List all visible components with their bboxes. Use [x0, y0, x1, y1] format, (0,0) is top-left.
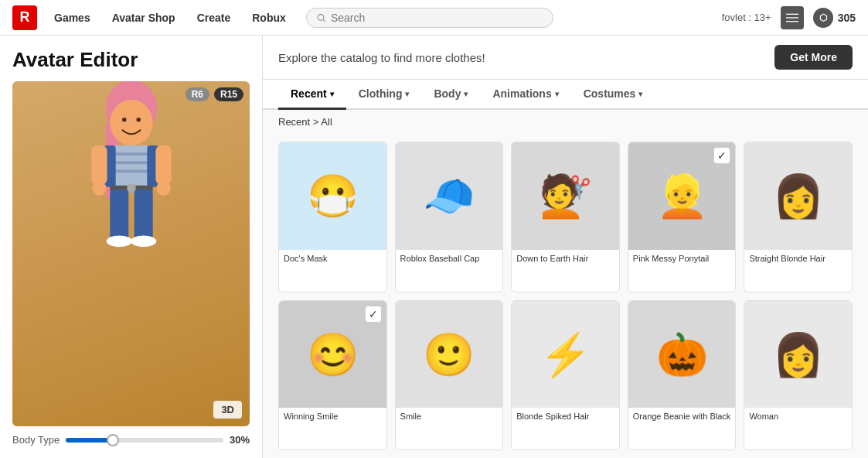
tab-animations-arrow: ▾: [555, 90, 559, 98]
nav-games[interactable]: Games: [46, 0, 98, 36]
svg-rect-2: [786, 13, 798, 14]
navbar: R Games Avatar Shop Create Robux fovlet …: [0, 0, 868, 36]
item-icon: ⚡: [540, 333, 591, 375]
avatar-figure: [77, 81, 186, 267]
search-input[interactable]: [331, 12, 543, 24]
svg-rect-3: [786, 17, 798, 18]
item-cell[interactable]: 🎃Orange Beanie with Black: [628, 300, 737, 451]
tab-clothing-arrow: ▾: [405, 90, 409, 98]
item-label: Pink Messy Ponytail: [628, 250, 736, 275]
editor-title: Avatar Editor: [12, 48, 250, 72]
svg-rect-13: [110, 169, 152, 173]
item-selected-check: ✓: [365, 306, 382, 323]
svg-rect-11: [110, 152, 152, 156]
robux-display[interactable]: ⬡ 305: [813, 8, 856, 28]
item-cell[interactable]: 👩Woman: [744, 300, 853, 451]
item-icon: 🧢: [423, 175, 475, 217]
item-icon: 👱: [656, 175, 708, 217]
item-cell[interactable]: 😷Doc's Mask: [278, 142, 387, 292]
user-display: fovlet : 13+: [722, 12, 771, 23]
item-label: Woman: [744, 408, 852, 432]
item-cell[interactable]: 🧢Roblox Baseball Cap: [395, 142, 504, 292]
svg-rect-10: [110, 145, 152, 188]
badge-r6[interactable]: R6: [186, 87, 209, 101]
item-icon: 👩: [772, 175, 824, 217]
item-image: 👩: [744, 142, 852, 250]
item-cell[interactable]: 🙂Smile: [395, 300, 504, 451]
slider-thumb[interactable]: [107, 434, 119, 446]
tab-recent[interactable]: Recent ▾: [278, 80, 346, 110]
svg-rect-17: [127, 184, 135, 193]
item-label: Orange Beanie with Black: [628, 408, 736, 432]
body-type-pct: 30%: [230, 434, 250, 446]
svg-rect-19: [134, 190, 152, 240]
left-panel: Avatar Editor R6 R15: [0, 36, 263, 458]
body-type-label: Body Type: [12, 434, 60, 446]
tab-recent-arrow: ▾: [330, 90, 334, 98]
item-icon: 😊: [307, 333, 359, 375]
item-image: 😊✓: [279, 301, 386, 408]
item-icon: 🙂: [423, 333, 475, 375]
item-image: 🧢: [396, 142, 503, 250]
svg-rect-22: [91, 145, 107, 185]
item-image: 🎃: [628, 301, 736, 408]
svg-point-8: [122, 118, 127, 122]
tab-animations[interactable]: Animations ▾: [480, 80, 570, 110]
breadcrumb-all[interactable]: All: [321, 116, 332, 128]
tab-body-arrow: ▾: [464, 90, 468, 98]
breadcrumb-recent[interactable]: Recent: [278, 116, 310, 128]
badge-r15[interactable]: R15: [214, 87, 243, 101]
tab-costumes-arrow: ▾: [638, 90, 642, 98]
slider-fill: [66, 438, 113, 443]
breadcrumb-sep: >: [313, 116, 322, 128]
main-layout: Avatar Editor R6 R15: [0, 36, 868, 458]
item-label: Down to Earth Hair: [512, 250, 619, 275]
body-type-row: Body Type 30%: [12, 434, 250, 446]
3d-button[interactable]: 3D: [213, 401, 242, 419]
tabs-bar: Recent ▾ Clothing ▾ Body ▾ Animations ▾ …: [263, 80, 868, 110]
item-image: 🙂: [396, 301, 503, 408]
item-image: 💇: [512, 142, 619, 250]
item-cell[interactable]: 💇Down to Earth Hair: [511, 142, 620, 292]
item-cell[interactable]: 👱✓Pink Messy Ponytail: [628, 142, 737, 292]
svg-rect-18: [110, 190, 128, 240]
tab-clothing[interactable]: Clothing ▾: [346, 80, 422, 110]
explore-text: Explore the catalog to find more clothes…: [278, 51, 485, 64]
item-image: 😷: [279, 142, 386, 250]
body-type-slider[interactable]: [66, 438, 223, 443]
item-label: Smile: [396, 408, 503, 432]
avatar-badges: R6 R15: [186, 87, 243, 101]
get-more-button[interactable]: Get More: [774, 45, 853, 70]
nav-robux[interactable]: Robux: [244, 0, 294, 36]
item-cell[interactable]: ⚡Blonde Spiked Hair: [511, 300, 620, 451]
svg-point-20: [106, 235, 131, 247]
search-bar[interactable]: [306, 8, 553, 28]
menu-icon[interactable]: [781, 6, 804, 29]
item-label: Blonde Spiked Hair: [512, 408, 619, 432]
item-label: Doc's Mask: [279, 250, 386, 275]
item-icon: 😷: [307, 175, 359, 217]
tab-costumes[interactable]: Costumes ▾: [571, 80, 655, 110]
nav-avatar-shop[interactable]: Avatar Shop: [104, 0, 183, 36]
right-panel: Explore the catalog to find more clothes…: [263, 36, 868, 458]
tab-body[interactable]: Body ▾: [421, 80, 480, 110]
robux-icon: ⬡: [813, 8, 833, 28]
roblox-logo: R: [12, 5, 37, 30]
item-image: ⚡: [512, 301, 619, 408]
item-label: Straight Blonde Hair: [744, 250, 852, 275]
item-cell[interactable]: 😊✓Winning Smile: [278, 300, 387, 451]
svg-rect-23: [155, 145, 171, 185]
breadcrumb: Recent > All: [263, 110, 868, 134]
item-cell[interactable]: 👩Straight Blonde Hair: [744, 142, 853, 292]
avatar-viewport: R6 R15: [12, 81, 250, 426]
nav-create[interactable]: Create: [189, 0, 239, 36]
svg-point-21: [131, 235, 156, 247]
svg-rect-12: [110, 161, 152, 164]
svg-point-24: [92, 181, 106, 195]
svg-point-9: [136, 118, 141, 122]
items-grid: 😷Doc's Mask🧢Roblox Baseball Cap💇Down to …: [263, 134, 868, 458]
svg-point-25: [156, 181, 170, 195]
item-icon: 💇: [540, 175, 591, 217]
item-label: Winning Smile: [279, 408, 386, 432]
item-selected-check: ✓: [713, 147, 730, 164]
